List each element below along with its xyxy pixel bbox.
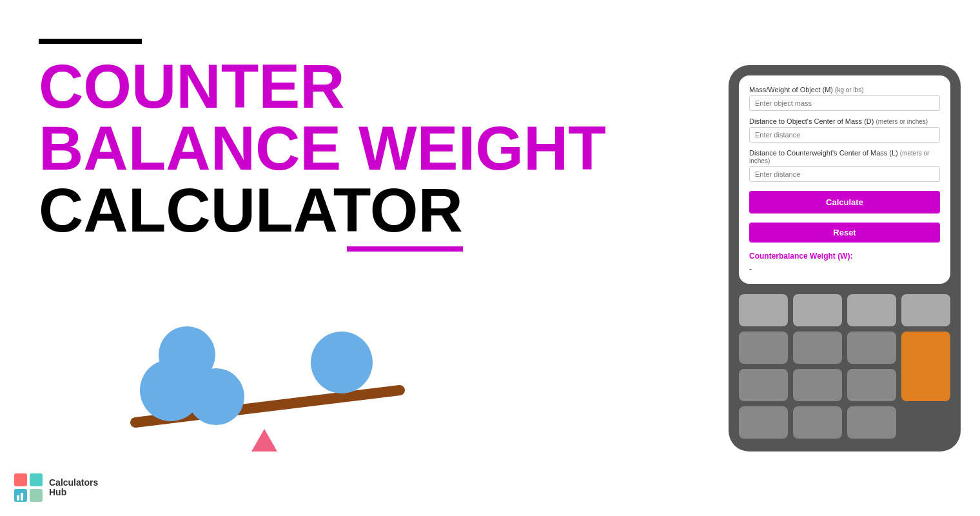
svg-rect-1	[30, 473, 43, 486]
key-11[interactable]	[739, 406, 788, 439]
logo-icon	[13, 472, 44, 503]
svg-rect-5	[21, 493, 23, 501]
key-4[interactable]	[901, 294, 950, 326]
balance-illustration	[103, 297, 426, 477]
title-line1: COUNTER	[39, 55, 671, 117]
mass-input[interactable]	[749, 95, 940, 111]
pivot-triangle	[251, 429, 277, 452]
logo: Calculators Hub	[13, 472, 98, 503]
calculate-button[interactable]: Calculate	[749, 191, 940, 213]
field-group-mass: Mass/Weight of Object (M) (kg or lbs)	[749, 86, 940, 111]
svg-rect-0	[14, 473, 27, 486]
key-9[interactable]	[793, 369, 842, 401]
svg-rect-4	[17, 495, 19, 501]
field-label-distance: Distance to Object's Center of Mass (D) …	[749, 117, 940, 125]
left-section: COUNTER BALANCE WEIGHT CALCULATOR	[0, 0, 709, 516]
key-8[interactable]	[739, 369, 788, 401]
key-6[interactable]	[793, 332, 842, 364]
svg-rect-3	[30, 489, 43, 502]
circle-right-1	[311, 332, 373, 393]
title-block: COUNTER BALANCE WEIGHT CALCULATOR	[39, 39, 671, 241]
key-7[interactable]	[847, 332, 896, 364]
title-line3-wrapper: CALCULATOR	[39, 179, 463, 241]
title-line2: BALANCE WEIGHT	[39, 117, 671, 179]
key-3[interactable]	[847, 294, 896, 326]
purple-underline-decoration	[347, 246, 463, 252]
calculator-screen: Mass/Weight of Object (M) (kg or lbs) Di…	[739, 75, 950, 284]
logo-text: Calculators Hub	[49, 478, 98, 498]
result-value: -	[749, 264, 940, 273]
result-label: Counterbalance Weight (W):	[749, 252, 940, 261]
black-bar-decoration	[39, 39, 142, 44]
field-group-counterweight-distance: Distance to Counterweight's Center of Ma…	[749, 149, 940, 182]
key-1[interactable]	[739, 294, 788, 326]
key-orange-1[interactable]	[901, 332, 950, 401]
key-10[interactable]	[847, 369, 896, 401]
field-label-mass: Mass/Weight of Object (M) (kg or lbs)	[749, 86, 940, 94]
right-section: Mass/Weight of Object (M) (kg or lbs) Di…	[709, 0, 980, 516]
calculator-keypad	[739, 292, 950, 441]
field-group-distance: Distance to Object's Center of Mass (D) …	[749, 117, 940, 143]
key-12[interactable]	[793, 406, 842, 439]
circle-left-3	[159, 326, 215, 383]
calculator-device: Mass/Weight of Object (M) (kg or lbs) Di…	[729, 65, 961, 452]
title-counter: COUNTER	[39, 52, 345, 121]
key-2[interactable]	[793, 294, 842, 326]
title-balance-weight: BALANCE WEIGHT	[39, 114, 606, 183]
counterweight-distance-input[interactable]	[749, 166, 940, 182]
title-calculator: CALCULATOR	[39, 179, 463, 241]
field-label-counterweight-distance: Distance to Counterweight's Center of Ma…	[749, 149, 940, 164]
reset-button[interactable]: Reset	[749, 223, 940, 243]
distance-input[interactable]	[749, 127, 940, 143]
key-5[interactable]	[739, 332, 788, 364]
result-group: Counterbalance Weight (W): -	[749, 249, 940, 273]
key-13[interactable]	[847, 406, 896, 439]
balance-svg	[103, 297, 426, 477]
